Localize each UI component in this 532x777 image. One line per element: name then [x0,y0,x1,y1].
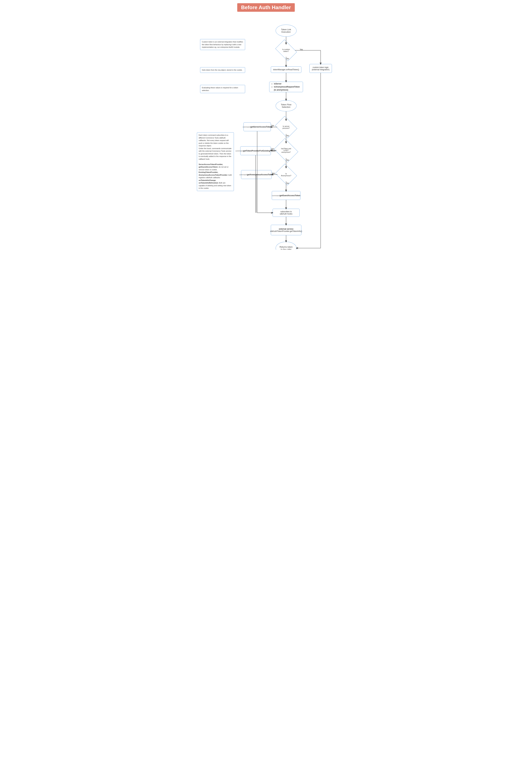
annotation-gets-token: Gets token from the req object, stored i… [200,67,245,73]
node-custom-token-logic: custom token logic (external integration… [309,64,332,73]
node-token-flow-selection: Token Flow Selection [276,100,296,111]
node-has-token: hasToken and is NOT anonymous? [277,143,295,158]
node-get-guest-access: command getGuestAccessToken [272,191,300,200]
page-title: Before Auth Handler [194,3,338,12]
node-subscribes: subscribes to sdkAuth hooks [273,209,300,217]
node-is-server-process: Is server process? [277,120,295,134]
node-external-service: external service sdkAuthTokenProvider.ge… [271,225,301,235]
annotation-custom-token: Custom token is an external integration … [200,39,245,50]
node-token-manager: tokenManager.onReadToken() [271,67,301,73]
node-token-link-execution: Token Link Execution [276,25,296,37]
label-yes-hastoken: Yes [271,148,274,150]
label-no-custom: No [287,58,289,60]
node-is-custom-token: Is custom token? [277,44,295,57]
label-yes-custom: Yes [300,48,303,51]
node-returns-token: Returns token to the caller [276,242,296,250]
node-get-anon-access: command getAnonymousAccessToken [241,170,272,179]
node-evaluate-block: isServer isAnonymousRequestToken (is ano… [269,82,303,92]
node-get-server-access-token: command getServerAccessToken [244,122,271,131]
node-get-token-provider: command getTokenProviderForExistingToken [240,146,271,155]
label-no-hastoken: No [287,159,289,161]
label-no-anon: No [287,182,289,185]
label-yes-server: Yes [271,124,274,127]
annotation-token-commands: Each token command subscribes to a diffe… [197,132,234,191]
label-no-server: No [287,135,289,137]
annotation-evaluating: Evaluating these values is required for … [200,85,245,93]
node-is-anonymous: Is Anonymous? [278,168,295,182]
label-yes-anon: Yes [272,172,275,175]
